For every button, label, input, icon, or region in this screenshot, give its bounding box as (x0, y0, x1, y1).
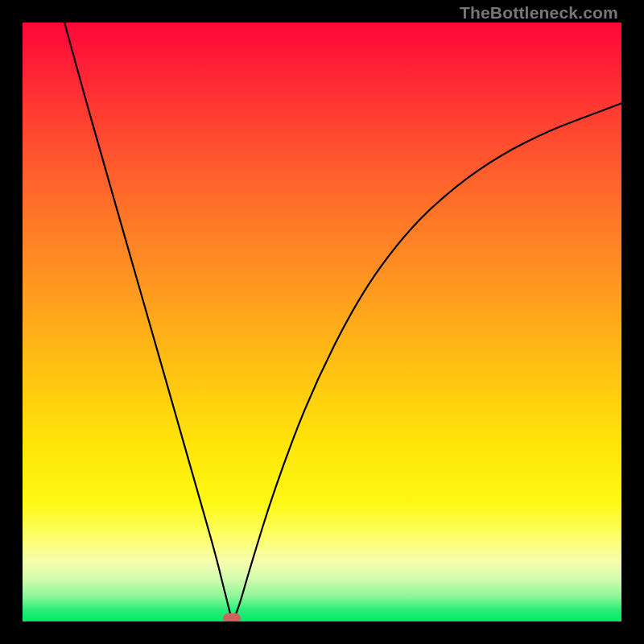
plot-area (23, 23, 621, 621)
bottleneck-curve (23, 23, 621, 621)
chart-frame: TheBottleneck.com (0, 0, 644, 644)
watermark-text: TheBottleneck.com (460, 3, 618, 23)
optimum-marker (223, 613, 241, 621)
